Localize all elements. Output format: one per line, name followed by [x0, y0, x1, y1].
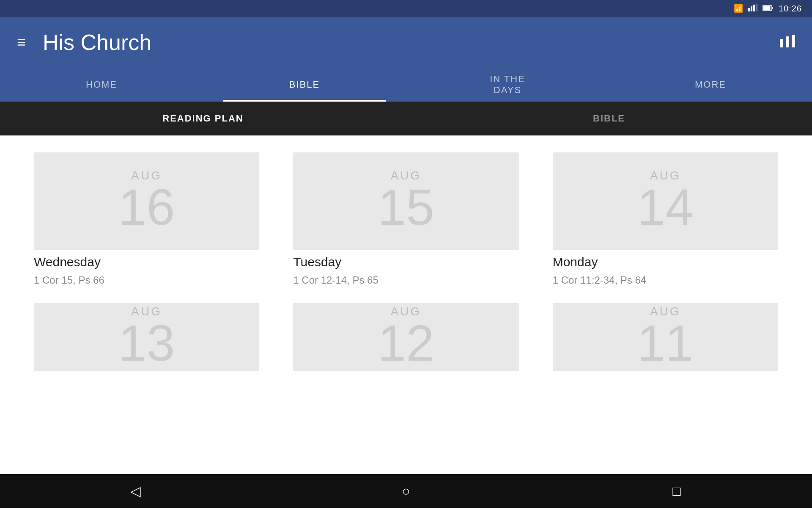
svg-rect-0	[748, 8, 750, 11]
status-time: 10:26	[779, 4, 802, 14]
tab-inthedays[interactable]: IN THE DAYS	[406, 68, 609, 102]
svg-rect-5	[772, 7, 773, 9]
wifi-icon: 📶	[734, 4, 743, 13]
svg-rect-1	[751, 6, 752, 11]
card-thumbnail: AUG 15	[293, 152, 518, 250]
status-bar: 📶 10:26	[0, 0, 812, 17]
app-bar: ≡ His Church	[0, 17, 812, 68]
card-thumbnail: AUG 12	[293, 303, 518, 371]
app-title: His Church	[43, 30, 780, 55]
list-item[interactable]: AUG 12	[293, 303, 518, 371]
list-item[interactable]: AUG 11	[553, 303, 778, 371]
svg-rect-6	[763, 6, 770, 10]
card-thumbnail: AUG 16	[34, 152, 259, 250]
list-item[interactable]: AUG 16 Wednesday 1 Cor 15, Ps 66	[34, 152, 259, 286]
bottom-nav: ◁ ○ □	[0, 474, 812, 508]
card-thumbnail: AUG 13	[34, 303, 259, 371]
recents-button[interactable]: □	[660, 474, 694, 508]
cards-grid: AUG 16 Wednesday 1 Cor 15, Ps 66 AUG 15 …	[34, 152, 778, 371]
svg-rect-7	[780, 39, 783, 47]
svg-rect-9	[792, 35, 795, 47]
list-item[interactable]: AUG 15 Tuesday 1 Cor 12-14, Ps 65	[293, 152, 518, 286]
home-button[interactable]: ○	[389, 474, 423, 508]
main-content: AUG 16 Wednesday 1 Cor 15, Ps 66 AUG 15 …	[0, 135, 812, 474]
list-item[interactable]: AUG 14 Monday 1 Cor 11:2-34, Ps 64	[553, 152, 778, 286]
bar-chart-icon[interactable]	[780, 33, 795, 51]
subtab-bible[interactable]: BIBLE	[406, 102, 812, 135]
tab-more[interactable]: MORE	[609, 68, 812, 102]
card-thumbnail: AUG 14	[553, 152, 778, 250]
subtab-reading-plan[interactable]: READING PLAN	[0, 102, 406, 135]
svg-rect-3	[756, 4, 757, 11]
back-button[interactable]: ◁	[118, 474, 152, 508]
battery-icon	[763, 4, 774, 13]
svg-rect-8	[786, 36, 789, 47]
tab-bible[interactable]: BIBLE	[203, 68, 406, 102]
nav-tabs: HOME BIBLE IN THE DAYS MORE	[0, 68, 812, 102]
card-thumbnail: AUG 11	[553, 303, 778, 371]
hamburger-menu-icon[interactable]: ≡	[17, 33, 26, 51]
signal-icon	[748, 4, 757, 14]
list-item[interactable]: AUG 13	[34, 303, 259, 371]
tab-home[interactable]: HOME	[0, 68, 203, 102]
sub-tabs: READING PLAN BIBLE	[0, 102, 812, 135]
svg-rect-2	[753, 5, 755, 11]
